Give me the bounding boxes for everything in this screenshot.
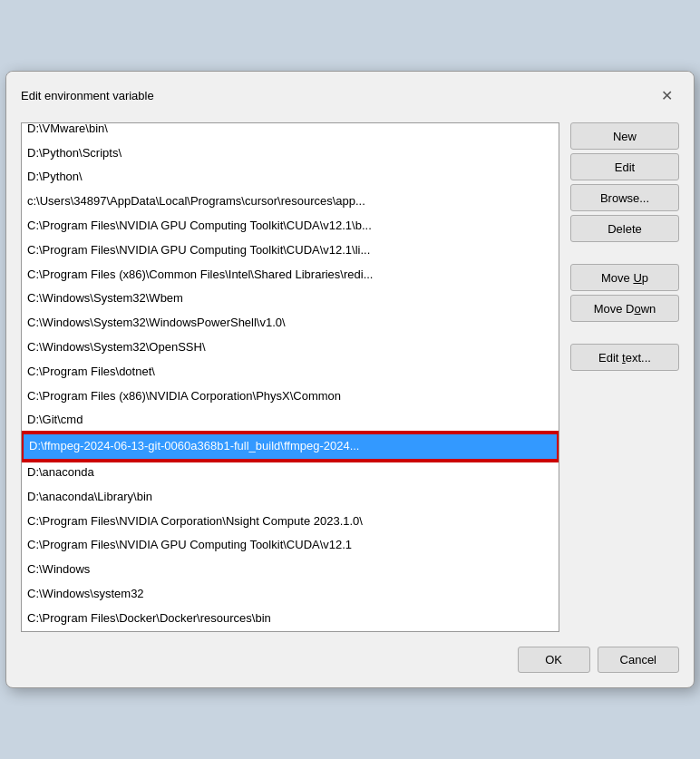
title-bar: Edit environment variable ✕	[6, 72, 694, 115]
list-item[interactable]: C:\Program Files\NVIDIA GPU Computing To…	[22, 214, 559, 238]
dialog-footer: OK Cancel	[6, 647, 694, 687]
list-item[interactable]: D:\anaconda	[22, 461, 559, 485]
env-list[interactable]: C:\Program Files\Common Files\Oracle\Jav…	[22, 123, 559, 631]
list-item[interactable]: D:\Git\cmd	[22, 408, 559, 433]
delete-button[interactable]: Delete	[570, 215, 679, 242]
cancel-button[interactable]: Cancel	[598, 647, 679, 673]
env-list-container: C:\Program Files\Common Files\Oracle\Jav…	[21, 122, 559, 632]
dialog-title: Edit environment variable	[21, 89, 154, 102]
dialog-body: C:\Program Files\Common Files\Oracle\Jav…	[6, 115, 694, 647]
list-item[interactable]: D:\anaconda\Library\bin	[22, 485, 559, 510]
buttons-panel: New Edit Browse... Delete Move Up Move D…	[570, 122, 679, 632]
list-item[interactable]: D:\VMware\bin\	[22, 123, 559, 141]
edit-text-button[interactable]: Edit text...	[570, 344, 679, 371]
list-item[interactable]: D:\Python\Scripts\	[22, 141, 559, 166]
list-item[interactable]: C:\Program Files\dotnet\	[22, 360, 559, 384]
list-item[interactable]: C:\Windows\system32	[22, 582, 559, 607]
list-item[interactable]: C:\Windows\System32\Wbem	[22, 287, 559, 311]
list-item[interactable]: c:\Users\34897\AppData\Local\Programs\cu…	[22, 190, 559, 214]
move-up-button[interactable]: Move Up	[570, 264, 679, 291]
close-button[interactable]: ✕	[654, 83, 679, 108]
list-item[interactable]: C:\Windows\System32\OpenSSH\	[22, 336, 559, 360]
list-item[interactable]: C:\Program Files\NVIDIA GPU Computing To…	[22, 238, 559, 263]
move-down-button[interactable]: Move Down	[570, 295, 679, 322]
list-item[interactable]: C:\Program Files (x86)\Common Files\Inte…	[22, 263, 559, 287]
list-item[interactable]: C:\Program Files\NVIDIA GPU Computing To…	[22, 533, 559, 558]
ok-button[interactable]: OK	[518, 647, 590, 673]
list-item[interactable]: D:\Python\	[22, 165, 559, 190]
edit-button[interactable]: Edit	[570, 153, 679, 180]
new-button[interactable]: New	[570, 122, 679, 150]
browse-button[interactable]: Browse...	[570, 184, 679, 211]
list-item[interactable]: C:\Program Files (x86)\NVIDIA Corporatio…	[22, 384, 559, 409]
list-item[interactable]: C:\Windows\System32\WindowsPowerShell\v1…	[22, 311, 559, 336]
edit-env-dialog: Edit environment variable ✕ C:\Program F…	[5, 71, 695, 688]
list-item[interactable]: D:\ffmpeg-2024-06-13-git-0060a368b1-full…	[22, 433, 559, 461]
list-item[interactable]: C:\Windows	[22, 558, 559, 582]
list-item[interactable]: C:\Program Files\Docker\Docker\resources…	[22, 607, 559, 631]
list-item[interactable]: C:\Program Files\NVIDIA Corporation\Nsig…	[22, 510, 559, 534]
